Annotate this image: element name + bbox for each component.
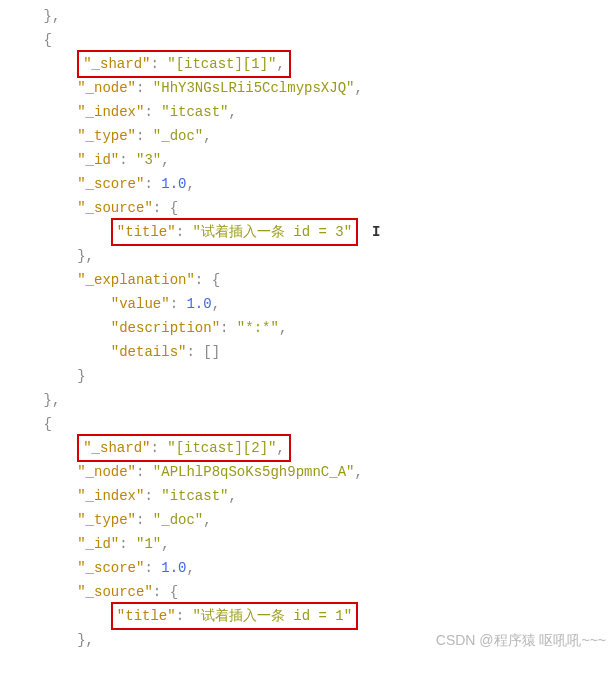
json-key: "title"	[117, 608, 176, 624]
json-number: 1.0	[161, 176, 186, 192]
code-line: {	[10, 412, 606, 436]
json-string: "*:*"	[237, 320, 279, 336]
code-line: },	[10, 244, 606, 268]
json-key: "details"	[10, 344, 186, 360]
brace-open: {	[10, 32, 52, 48]
json-key: "_index"	[10, 488, 144, 504]
json-string: "试着插入一条 id = 3"	[192, 224, 352, 240]
code-line: "_node": "APLhlP8qSoKs5gh9pmnC_A",	[10, 460, 606, 484]
json-key: "_node"	[10, 80, 136, 96]
json-key: "_source"	[10, 584, 153, 600]
brace-close: },	[10, 8, 60, 24]
json-number: 1.0	[186, 296, 211, 312]
json-string: "APLhlP8qSoKs5gh9pmnC_A"	[153, 464, 355, 480]
json-key: "_id"	[10, 536, 119, 552]
json-string: "HhY3NGsLRii5CclmypsXJQ"	[153, 80, 355, 96]
json-string: "1"	[136, 536, 161, 552]
json-string: "[itcast][2]"	[167, 440, 276, 456]
json-key: "_type"	[10, 512, 136, 528]
brace-close: }	[10, 368, 86, 384]
json-number: 1.0	[161, 560, 186, 576]
json-key: "_type"	[10, 128, 136, 144]
code-line: },	[10, 4, 606, 28]
watermark-text: CSDN @程序猿 呕吼吼~~~	[436, 628, 606, 652]
code-line: "_score": 1.0,	[10, 172, 606, 196]
text-cursor-icon: I	[372, 220, 380, 244]
code-line: "title": "试着插入一条 id = 1"	[10, 604, 606, 628]
json-key: "_explanation"	[10, 272, 195, 288]
code-line: }	[10, 364, 606, 388]
json-string: "[itcast][1]"	[167, 56, 276, 72]
json-key: "_node"	[10, 464, 136, 480]
json-key: "_shard"	[83, 56, 150, 72]
code-line: "_shard": "[itcast][2]",	[10, 436, 606, 460]
code-line: {	[10, 28, 606, 52]
code-block: }, { "_shard": "[itcast][1]", "_node": "…	[10, 4, 606, 652]
json-key: "_index"	[10, 104, 144, 120]
code-line: "_id": "1",	[10, 532, 606, 556]
json-key: "title"	[117, 224, 176, 240]
code-line: "_index": "itcast",	[10, 484, 606, 508]
code-line: "_source": {	[10, 196, 606, 220]
code-line: "description": "*:*",	[10, 316, 606, 340]
json-string: "_doc"	[153, 128, 203, 144]
code-line: "_node": "HhY3NGsLRii5CclmypsXJQ",	[10, 76, 606, 100]
code-line: "_type": "_doc",	[10, 124, 606, 148]
brace-close: },	[10, 248, 94, 264]
json-key: "value"	[10, 296, 170, 312]
json-string: "3"	[136, 152, 161, 168]
json-key: "_id"	[10, 152, 119, 168]
json-key: "_score"	[10, 560, 144, 576]
json-string: "itcast"	[161, 488, 228, 504]
highlight-box: "_shard": "[itcast][2]",	[77, 434, 291, 462]
highlight-box: "title": "试着插入一条 id = 3"	[111, 218, 358, 246]
code-line: "value": 1.0,	[10, 292, 606, 316]
code-line: "title": "试着插入一条 id = 3"I	[10, 220, 606, 244]
brace-close: },	[10, 392, 60, 408]
brace-open: {	[10, 416, 52, 432]
json-key: "_shard"	[83, 440, 150, 456]
code-line: "_id": "3",	[10, 148, 606, 172]
code-line: "_explanation": {	[10, 268, 606, 292]
code-line: "_type": "_doc",	[10, 508, 606, 532]
code-line: "_index": "itcast",	[10, 100, 606, 124]
json-key: "description"	[10, 320, 220, 336]
code-line: "details": []	[10, 340, 606, 364]
json-key: "_score"	[10, 176, 144, 192]
code-line: "_shard": "[itcast][1]",	[10, 52, 606, 76]
json-key: "_source"	[10, 200, 153, 216]
brace-close: },	[10, 632, 94, 648]
json-string: "itcast"	[161, 104, 228, 120]
highlight-box: "title": "试着插入一条 id = 1"	[111, 602, 358, 630]
highlight-box: "_shard": "[itcast][1]",	[77, 50, 291, 78]
json-string: "试着插入一条 id = 1"	[192, 608, 352, 624]
code-line: },	[10, 388, 606, 412]
json-string: "_doc"	[153, 512, 203, 528]
code-line: "_score": 1.0,	[10, 556, 606, 580]
code-line: "_source": {	[10, 580, 606, 604]
